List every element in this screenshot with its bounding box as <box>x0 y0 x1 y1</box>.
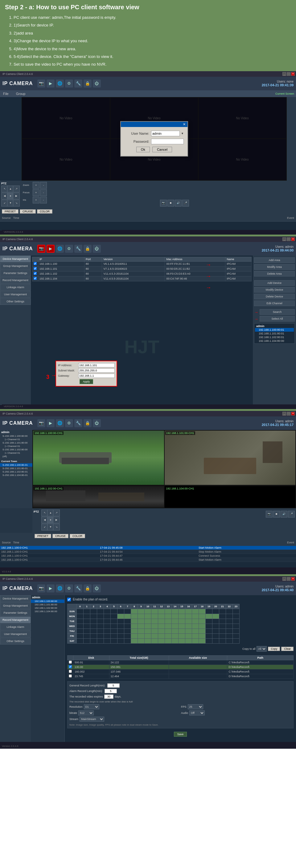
p2-camera-icon-btn[interactable]: 📷 <box>37 245 45 253</box>
p3-tree-8[interactable]: S-292.168.1.102:80-01 <box>0 470 32 473</box>
sch-cell-SUN-7[interactable] <box>124 609 131 614</box>
sch-cell-TUE-17[interactable] <box>192 619 199 624</box>
bitrate-select[interactable]: 512 <box>78 711 94 715</box>
sch-cell-WED-15[interactable] <box>179 624 185 628</box>
sch-cell-MON-9[interactable] <box>138 614 145 619</box>
sch-cell-FRI-18[interactable] <box>199 633 206 638</box>
sch-cell-WED-22[interactable] <box>226 624 233 628</box>
sch-cell-THU-5[interactable] <box>111 628 117 633</box>
sch-cell-TUE-7[interactable] <box>124 619 131 624</box>
sch-cell-SUN-20[interactable] <box>212 609 219 614</box>
p4-tree-0[interactable]: 192.168.1.100:80:00 <box>31 599 64 603</box>
sch-cell-THU-22[interactable] <box>226 628 233 633</box>
sch-cell-TUE-16[interactable] <box>185 619 192 624</box>
sch-cell-MON-23[interactable] <box>233 614 240 619</box>
password-input[interactable] <box>151 139 184 144</box>
mic-icon-btn[interactable]: 🎤 <box>182 200 189 207</box>
sch-cell-FRI-3[interactable] <box>97 633 104 638</box>
disk3-checkbox[interactable] <box>69 670 72 673</box>
add-device-btn[interactable]: Add Device <box>254 280 295 286</box>
sch-cell-WED-10[interactable] <box>145 624 151 628</box>
p4-sidebar-user-mgmt[interactable]: User Management <box>0 631 31 638</box>
sch-cell-MON-7[interactable] <box>124 614 131 619</box>
sch-cell-WED-18[interactable] <box>199 624 206 628</box>
sch-cell-WED-13[interactable] <box>165 624 172 628</box>
sch-cell-MON-21[interactable] <box>219 614 226 619</box>
ptz-downright[interactable]: ↘ <box>13 200 20 207</box>
p3-playback-icon-btn[interactable]: ▶ <box>47 419 55 427</box>
sch-cell-FRI-19[interactable] <box>206 633 212 638</box>
sch-cell-SAT-15[interactable] <box>179 638 185 643</box>
tree-item-4[interactable]: 192.168.1.104:80:00 <box>255 339 294 343</box>
sch-cell-WED-20[interactable] <box>212 624 219 628</box>
lock-icon-btn[interactable]: 🔒 <box>84 80 92 88</box>
sch-cell-FRI-8[interactable] <box>131 633 138 638</box>
p2-power-icon-btn[interactable]: ⏻ <box>93 245 101 253</box>
p2-globe-icon-btn[interactable]: 🌐 <box>56 245 64 253</box>
sch-cell-THU-3[interactable] <box>97 628 104 633</box>
p4-sidebar-group-mgmt[interactable]: Group Management <box>0 602 31 609</box>
sch-cell-SAT-14[interactable] <box>172 638 179 643</box>
event-row-4[interactable]: 192.168.1.100:0-CH1 17-04-21 09:44:46 St… <box>0 558 296 562</box>
p3-tree-0[interactable]: S-192.168.1.100:80:00 <box>0 434 32 438</box>
sch-cell-SUN-21[interactable] <box>219 609 226 614</box>
sch-cell-SUN-10[interactable] <box>145 609 151 614</box>
sch-cell-SAT-9[interactable] <box>138 638 145 643</box>
enable-record-checkbox[interactable] <box>67 598 71 601</box>
sch-cell-MON-2[interactable] <box>90 614 97 619</box>
p4-camera-icon-btn[interactable]: 📷 <box>37 584 45 592</box>
sch-cell-TUE-8[interactable] <box>131 619 138 624</box>
table-row[interactable]: 192.168.1.104 80 V11.4.5.5-20161104 00:C… <box>32 276 251 281</box>
sch-cell-SUN-23[interactable] <box>233 609 240 614</box>
event-row-1[interactable]: 192.168.1.100:0-CH1 17-04-21 09:45:08 St… <box>0 546 296 550</box>
iris-out-btn[interactable]: - <box>40 197 47 204</box>
sidebar-record-mgmt[interactable]: Record Management <box>0 277 31 284</box>
sch-cell-THU-14[interactable] <box>172 628 179 633</box>
sch-cell-THU-18[interactable] <box>199 628 206 633</box>
camera-icon-btn[interactable]: 📷 <box>37 80 45 88</box>
disk-row[interactable]: 130.00 150.081 D:\MediaRecord\ <box>67 664 294 669</box>
alarm-length-input[interactable] <box>105 689 117 693</box>
sch-cell-MON-22[interactable] <box>226 614 233 619</box>
cruise-btn[interactable]: CRUISE <box>20 209 36 214</box>
color-btn[interactable]: COLOR <box>37 209 52 214</box>
expire-days-input[interactable] <box>104 694 114 699</box>
dialog-close-icon[interactable]: ✕ <box>183 122 186 126</box>
sch-cell-FRI-4[interactable] <box>104 633 111 638</box>
sch-cell-FRI-16[interactable] <box>185 633 192 638</box>
p3-tree-5[interactable]: ▷ Channel 01 <box>0 451 32 455</box>
p3-record-btn[interactable]: ⏺ <box>273 511 280 518</box>
sch-cell-MON-13[interactable] <box>165 614 172 619</box>
sch-cell-TUE-15[interactable] <box>179 619 185 624</box>
sch-cell-THU-9[interactable] <box>138 628 145 633</box>
sch-cell-TUE-20[interactable] <box>212 619 219 624</box>
p4-lock-icon-btn[interactable]: 🔒 <box>84 584 92 592</box>
p3-preset-btn[interactable]: PRESET <box>34 534 51 538</box>
close-btn[interactable]: ✕ <box>291 72 295 76</box>
p2-playback-icon-btn[interactable]: ▶ <box>47 245 55 253</box>
p4-tree-1[interactable]: 192.168.1.101:80:00 <box>31 603 64 606</box>
clear-button[interactable]: Clear <box>281 647 294 651</box>
sidebar-group-mgmt[interactable]: Group Management <box>0 262 31 270</box>
p3-lock-icon-btn[interactable]: 🔒 <box>84 419 92 427</box>
fps-select[interactable]: 25 <box>188 704 203 709</box>
sch-cell-TUE-4[interactable] <box>104 619 111 624</box>
p4-sidebar-device-mgmt[interactable]: Device Management <box>0 595 31 602</box>
table-row[interactable]: 192.168.1.101 80 V7.1.6.5-20160615 00:50… <box>32 266 251 271</box>
sidebar-device-mgmt[interactable]: Device Management <box>0 255 31 262</box>
sch-cell-THU-10[interactable] <box>145 628 151 633</box>
p3-tree-2[interactable]: S-192.168.1.101:80:00 <box>0 441 32 444</box>
sch-cell-WED-7[interactable] <box>124 624 131 628</box>
panel4-close-btn[interactable]: ✕ <box>291 577 295 581</box>
sch-cell-TUE-10[interactable] <box>145 619 151 624</box>
copy-button[interactable]: Copy <box>268 647 280 651</box>
p3-tree-4[interactable]: S-192.168.1.102:80:00 <box>0 448 32 451</box>
ip-addr-input[interactable] <box>78 363 115 367</box>
sch-cell-MON-10[interactable] <box>145 614 151 619</box>
panel2-maximize-btn[interactable]: □ <box>287 237 291 241</box>
sch-cell-SAT-11[interactable] <box>151 638 158 643</box>
disk1-checkbox[interactable] <box>69 660 72 664</box>
sch-cell-MON-14[interactable] <box>172 614 179 619</box>
panel3-close-btn[interactable]: ✕ <box>291 412 295 415</box>
p4-sidebar-record-mgmt[interactable]: Record Management <box>0 617 31 623</box>
